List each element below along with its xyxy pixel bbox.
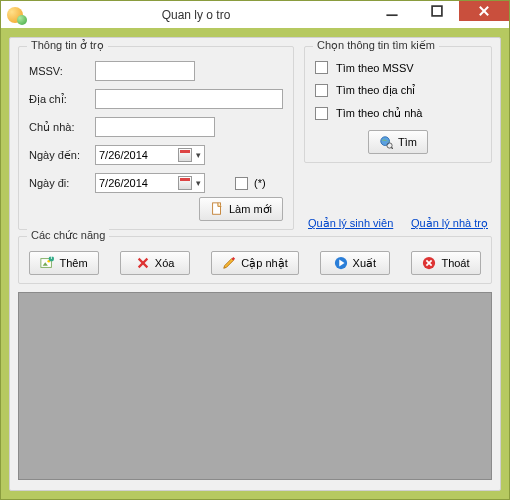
app-window: Quan ly o tro Thông tin ở trọ MSSV: Địa … — [0, 0, 510, 500]
chevron-down-icon: ▾ — [196, 150, 201, 160]
star-label: (*) — [254, 177, 266, 189]
document-icon — [210, 202, 224, 216]
link-nhatro[interactable]: Quản lý nhà trọ — [411, 217, 488, 230]
thoat-button[interactable]: Thoát — [411, 251, 481, 275]
chunha-label: Chủ nhà: — [29, 121, 89, 134]
svg-line-7 — [391, 147, 393, 149]
calendar-icon — [178, 176, 192, 190]
capnhat-button[interactable]: Cập nhật — [211, 251, 298, 275]
titlebar: Quan ly o tro — [1, 1, 509, 29]
edit-icon — [222, 256, 236, 270]
tim-button[interactable]: Tìm — [368, 130, 428, 154]
ngayden-label: Ngày đến: — [29, 149, 89, 162]
them-label: Thêm — [59, 257, 87, 269]
chk-diachi[interactable] — [315, 84, 328, 97]
lammoi-label: Làm mới — [229, 203, 272, 216]
client-area: Thông tin ở trọ MSSV: Địa chỉ: Chủ nhà: … — [9, 37, 501, 491]
app-icon — [7, 7, 23, 23]
export-icon — [334, 256, 348, 270]
data-grid[interactable] — [18, 292, 492, 480]
group-functions: Các chức năng + Thêm Xóa Cập nhật Xuất — [18, 236, 492, 284]
xuat-label: Xuất — [353, 257, 377, 270]
chk-diachi-label: Tìm theo địa chỉ — [336, 84, 415, 97]
chk-mssv[interactable] — [315, 61, 328, 74]
xoa-button[interactable]: Xóa — [120, 251, 190, 275]
delete-icon — [136, 256, 150, 270]
svg-text:+: + — [49, 256, 54, 262]
capnhat-label: Cập nhật — [241, 257, 287, 270]
group-search: Chọn thông tin tìm kiếm Tìm theo MSSV Tì… — [304, 46, 492, 163]
search-globe-icon — [379, 135, 393, 149]
xoa-label: Xóa — [155, 257, 175, 269]
tim-label: Tìm — [398, 136, 417, 148]
svg-marker-15 — [224, 259, 234, 269]
chk-chunha[interactable] — [315, 107, 328, 120]
them-button[interactable]: + Thêm — [29, 251, 99, 275]
ngayden-datepicker[interactable]: 7/26/2014 ▾ — [95, 145, 205, 165]
diachi-label: Địa chỉ: — [29, 93, 89, 106]
thoat-label: Thoát — [441, 257, 469, 269]
ngaydi-label: Ngày đi: — [29, 177, 89, 189]
chevron-down-icon: ▾ — [196, 178, 201, 188]
close-button[interactable] — [459, 1, 509, 21]
xuat-button[interactable]: Xuất — [320, 251, 390, 275]
add-image-icon: + — [40, 256, 54, 270]
chunha-input[interactable] — [95, 117, 215, 137]
ngaydi-datepicker[interactable]: 7/26/2014 ▾ — [95, 173, 205, 193]
exit-icon — [422, 256, 436, 270]
calendar-icon — [178, 148, 192, 162]
svg-rect-1 — [432, 6, 442, 16]
maximize-button[interactable] — [414, 1, 459, 21]
link-sinhvien[interactable]: Quản lý sinh viên — [308, 217, 393, 230]
star-checkbox[interactable] — [235, 177, 248, 190]
group-info-legend: Thông tin ở trọ — [27, 39, 108, 52]
mssv-label: MSSV: — [29, 65, 89, 77]
lammoi-button[interactable]: Làm mới — [199, 197, 283, 221]
ngayden-value: 7/26/2014 — [99, 149, 174, 161]
window-title: Quan ly o tro — [23, 8, 369, 22]
mssv-input[interactable] — [95, 61, 195, 81]
minimize-button[interactable] — [369, 1, 414, 21]
chk-chunha-label: Tìm theo chủ nhà — [336, 107, 423, 120]
window-controls — [369, 1, 509, 28]
diachi-input[interactable] — [95, 89, 283, 109]
group-functions-legend: Các chức năng — [27, 229, 109, 242]
group-search-legend: Chọn thông tin tìm kiếm — [313, 39, 439, 52]
group-info: Thông tin ở trọ MSSV: Địa chỉ: Chủ nhà: … — [18, 46, 294, 230]
chk-mssv-label: Tìm theo MSSV — [336, 62, 414, 74]
ngaydi-value: 7/26/2014 — [99, 177, 174, 189]
